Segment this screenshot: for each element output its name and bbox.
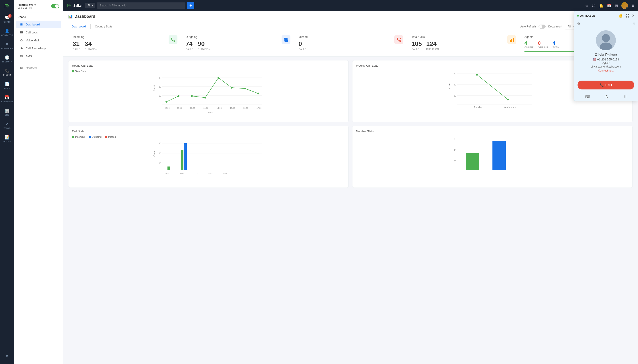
nav-voice-mail[interactable]: ◎ Voice Mail	[16, 36, 61, 44]
call-popup-controls: 🔔 🎧 ✕	[618, 14, 635, 18]
outgoing-calls-label: CALLS	[186, 48, 193, 50]
svg-text:Count: Count	[153, 150, 156, 156]
sidebar-item-contacts[interactable]: 👤 CONTACTS	[1, 26, 13, 38]
stat-outgoing-duration: 90 DURATION	[198, 40, 210, 50]
stat-incoming-numbers: 31 CALLS 34 DURATION	[73, 40, 177, 50]
search-filter-dropdown[interactable]: All ▾	[85, 3, 95, 8]
calendar-icon: 📅	[5, 95, 10, 100]
end-button-label: END	[605, 83, 612, 87]
chart-call-stats-legend: Incoming Outgoing Missed	[72, 136, 345, 138]
call-stats-chart-svg: 60 40 20 2022-...	[72, 140, 345, 180]
svg-text:40: 40	[159, 152, 161, 155]
auto-refresh-label: Auto Refresh	[520, 25, 536, 28]
sidebar-item-tasks[interactable]: ✓ TASKS	[1, 119, 13, 132]
available-badge: AVAILABLE	[577, 14, 595, 17]
nav-call-logs[interactable]: ☎ Call Logs	[16, 28, 61, 36]
legend-outgoing-dot	[89, 136, 91, 138]
chart-hourly: Hourly Call Load Total Calls 30 20 10	[68, 60, 349, 122]
sidebar-item-notes[interactable]: 📝 NOTES	[1, 132, 13, 145]
calendar-topbar-icon[interactable]: 📅	[607, 4, 611, 8]
phone-icon: 📞	[5, 68, 10, 73]
sidebar-item-channels[interactable]: # CHANNELS	[1, 40, 13, 52]
sidebar-item-phone[interactable]: 📞 PHONE	[1, 66, 13, 78]
close-popup-icon[interactable]: ✕	[632, 14, 635, 18]
legend-incoming-label: Incoming	[75, 136, 85, 138]
star-icon[interactable]: ☆	[585, 4, 588, 8]
sidebar-item-chats[interactable]: 💬 CHATS 6	[1, 13, 13, 25]
agents-total-label: TOTAL	[553, 46, 560, 49]
popup-gear-icon[interactable]: ⚙	[577, 22, 580, 26]
notification-bell-icon[interactable]: 🔔	[618, 14, 623, 18]
sidebar-item-history[interactable]: 🕐 HISTORY	[1, 53, 13, 65]
svg-text:2023-...: 2023-...	[209, 173, 214, 175]
sidebar-item-files[interactable]: 📄 FILES	[1, 79, 13, 92]
nav-call-recordings[interactable]: ⏺ Call Recordings	[16, 44, 61, 52]
agents-offline-number: 0	[538, 40, 548, 46]
end-call-button[interactable]: 📞 END	[577, 80, 634, 90]
tab-separator	[90, 24, 91, 29]
svg-text:10:00: 10:00	[190, 107, 195, 109]
svg-text:14:00: 14:00	[217, 107, 222, 109]
brand-logo	[67, 3, 72, 8]
app-grid-icon[interactable]: ⠿	[631, 3, 634, 8]
channels-icon: #	[6, 42, 8, 46]
integrations-icon[interactable]: ⊞	[615, 4, 618, 8]
call-popup-body: Olivia Palmer 🇺🇸 +1 201 555 0123 Zylker …	[574, 27, 638, 78]
stat-outgoing-numbers: 74 CALLS 90 DURATION	[186, 40, 290, 50]
legend-total-calls: Total Calls	[72, 70, 86, 72]
stat-incoming: Incoming 31 CALLS 34 DURATION	[68, 31, 181, 56]
content-header: 📊 Dashboard	[63, 11, 638, 22]
svg-rect-51	[184, 143, 187, 170]
add-button[interactable]: +	[187, 2, 194, 9]
recordings-icon: ⏺	[20, 46, 24, 50]
svg-point-37	[476, 74, 478, 76]
stat-total-calls-count: 105 CALLS	[411, 40, 422, 50]
svg-point-15	[204, 97, 206, 98]
svg-point-38	[507, 99, 509, 100]
svg-text:20: 20	[454, 94, 456, 97]
popup-settings-row: ⚙ ℹ	[574, 20, 638, 27]
svg-rect-49	[168, 166, 170, 170]
total-duration-label: DURATION	[426, 48, 439, 50]
incoming-stat-icon	[169, 35, 177, 44]
svg-point-13	[178, 95, 179, 97]
workspace-toggle[interactable]	[51, 4, 59, 8]
keypad-icon[interactable]: ⌨	[585, 95, 590, 99]
headset-icon[interactable]: 🎧	[625, 14, 629, 18]
app-logo	[3, 2, 12, 11]
stat-outgoing: Outgoing 74 CALLS 90 DURATION	[181, 31, 294, 56]
total-calls-label: CALLS	[411, 48, 422, 50]
svg-rect-65	[466, 153, 479, 170]
agents-online-label: ONLINE	[524, 46, 533, 49]
tab-dashboard[interactable]: Dashboard	[68, 22, 90, 31]
popup-info-icon[interactable]: ℹ	[633, 22, 635, 26]
svg-point-12	[166, 101, 167, 103]
chart-number-stats-title: Number Stats	[356, 130, 629, 133]
chart-hourly-title: Hourly Call Load	[72, 64, 345, 67]
brand-name: Zylker	[74, 4, 83, 7]
popup-bottom-icons: ⌨ ⏱ ⠿	[574, 92, 638, 101]
sidebar-item-org[interactable]: 🏢 ORG	[1, 106, 13, 118]
stats-row: Incoming 31 CALLS 34 DURATION	[63, 31, 638, 57]
nav-contacts[interactable]: ⊞ Contacts	[16, 64, 61, 72]
notification-icon[interactable]: 🔔	[599, 4, 603, 8]
history-popup-icon[interactable]: ⏱	[605, 95, 609, 99]
nav-sms[interactable]: ✉ SMS	[16, 52, 61, 60]
dashboard-icon: ⊞	[20, 22, 24, 26]
search-input[interactable]	[97, 2, 185, 9]
svg-rect-3	[511, 39, 512, 42]
nav-dashboard[interactable]: ⊞ Dashboard	[16, 20, 61, 28]
tab-country-stats[interactable]: Country Stats	[92, 22, 116, 31]
sidebar-item-calendar[interactable]: 📅 CALENDAR	[1, 92, 13, 105]
chart-call-stats-title: Call Stats	[72, 130, 345, 133]
stat-incoming-title: Incoming	[73, 35, 177, 38]
svg-text:Hours: Hours	[207, 111, 213, 114]
user-avatar[interactable]	[621, 2, 628, 9]
apps-popup-icon[interactable]: ⠿	[624, 95, 627, 99]
auto-refresh-toggle[interactable]	[538, 24, 546, 28]
settings-icon[interactable]: ⚙	[1, 350, 13, 362]
sidebar-divider	[18, 62, 59, 62]
svg-point-68	[600, 42, 612, 50]
svg-point-18	[244, 88, 246, 90]
mention-icon[interactable]: @	[592, 4, 595, 8]
